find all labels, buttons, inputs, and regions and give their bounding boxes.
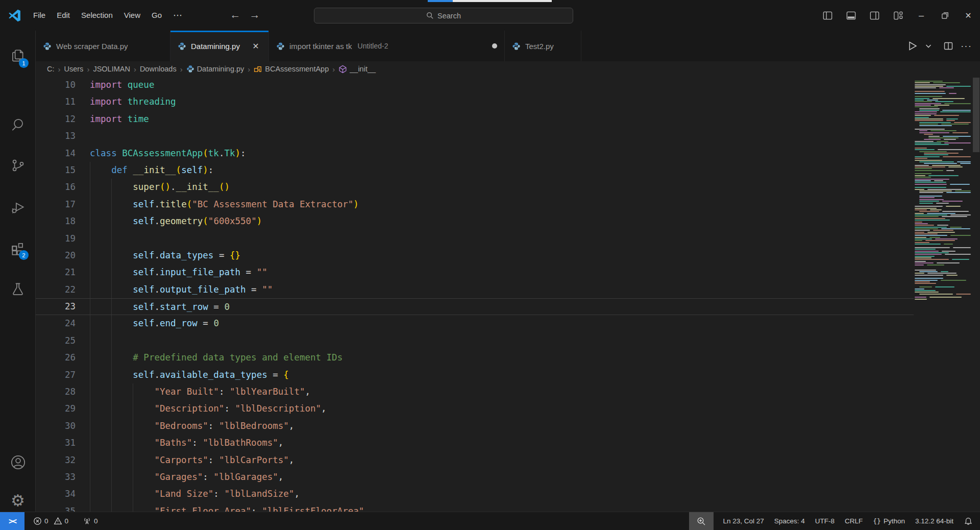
code-line-10[interactable]: 10import queue (36, 77, 914, 93)
sidebar-item-search[interactable] (0, 108, 36, 141)
breadcrumb-item-bcassessmentapp[interactable]: BCAssessmentApp (254, 65, 329, 74)
line-text[interactable]: "Carports": "lblCarPorts", (90, 452, 914, 469)
line-text[interactable]: import threading (90, 93, 914, 110)
sidebar-item-explorer[interactable]: 1 (0, 40, 36, 73)
search-input[interactable]: Search (314, 8, 573, 23)
code-line-12[interactable]: 12import time (36, 111, 914, 128)
breadcrumb-item-__init__[interactable]: __init__ (338, 65, 376, 74)
code-line-16[interactable]: 16 super().__init__() (36, 179, 914, 196)
cursor-position-button[interactable]: Ln 23, Col 27 (718, 512, 769, 530)
code-editor[interactable]: 10import queue11import threading12import… (36, 77, 914, 512)
line-text[interactable]: self.input_file_path = "" (90, 264, 914, 281)
breadcrumb-item-datamining-py[interactable]: Datamining.py (186, 65, 244, 73)
line-number[interactable]: 10 (36, 77, 90, 93)
code-line-13[interactable]: 13 (36, 128, 914, 144)
line-text[interactable]: "First Floor Area": "lblFirstFloorArea", (90, 503, 914, 512)
code-line-20[interactable]: 20 self.data_types = {} (36, 247, 914, 264)
line-number[interactable]: 35 (36, 503, 90, 512)
sidebar-item-run-debug[interactable] (0, 191, 36, 224)
breadcrumb-item-downloads[interactable]: Downloads (140, 65, 177, 73)
remote-indicator-button[interactable]: >< (0, 512, 24, 530)
code-line-17[interactable]: 17 self.title("BC Assessment Data Extrac… (36, 196, 914, 213)
line-number[interactable]: 15 (36, 162, 90, 179)
line-text[interactable]: "Bedrooms": "lblBedrooms", (90, 418, 914, 435)
tab-datamining-py[interactable]: Datamining.py✕ (170, 31, 269, 61)
line-number[interactable]: 27 (36, 367, 90, 383)
line-text[interactable]: import queue (90, 77, 914, 93)
code-line-24[interactable]: 24 self.end_row = 0 (36, 315, 914, 332)
indentation-button[interactable]: Spaces: 4 (769, 512, 810, 530)
tab-web-scraper-data-py[interactable]: Web scraper Data.py (36, 31, 170, 61)
line-text[interactable]: self.output_file_path = "" (90, 281, 914, 298)
code-line-34[interactable]: 34 "Land Size": "lblLandSize", (36, 486, 914, 502)
close-window-button[interactable]: ✕ (957, 0, 980, 31)
code-line-21[interactable]: 21 self.input_file_path = "" (36, 264, 914, 281)
editor-scrollbar[interactable] (973, 78, 979, 152)
menu-go[interactable]: Go (146, 0, 167, 31)
line-number[interactable]: 21 (36, 264, 90, 281)
menu-view[interactable]: View (118, 0, 146, 31)
line-number[interactable]: 12 (36, 111, 90, 128)
modified-dot-icon[interactable] (492, 43, 497, 49)
line-text[interactable]: self.end_row = 0 (90, 315, 914, 332)
code-line-30[interactable]: 30 "Bedrooms": "lblBedrooms", (36, 418, 914, 435)
line-number[interactable]: 18 (36, 213, 90, 230)
menu-selection[interactable]: Selection (76, 0, 118, 31)
split-editor-button[interactable] (943, 41, 953, 51)
breadcrumb-item-users[interactable]: Users (64, 65, 84, 73)
code-line-26[interactable]: 26 # Predefined data types and element I… (36, 349, 914, 366)
line-number[interactable]: 30 (36, 418, 90, 435)
run-dropdown-chevron-icon[interactable] (925, 42, 932, 50)
sidebar-item-testing[interactable] (0, 273, 36, 305)
code-line-11[interactable]: 11import threading (36, 93, 914, 110)
minimize-button[interactable]: – (910, 0, 933, 31)
tab-test2-py[interactable]: Test2.py (505, 31, 581, 61)
eol-button[interactable]: CRLF (840, 512, 868, 530)
line-text[interactable] (90, 128, 914, 144)
menu-file[interactable]: File (28, 0, 51, 31)
line-number[interactable]: 33 (36, 469, 90, 486)
line-number[interactable]: 19 (36, 230, 90, 247)
line-text[interactable]: "Garages": "lblGarages", (90, 469, 914, 486)
code-line-35[interactable]: 35 "First Floor Area": "lblFirstFloorAre… (36, 503, 914, 512)
line-text[interactable]: self.start_row = 0 (90, 299, 914, 315)
line-text[interactable]: "Description": "lblDescription", (90, 400, 914, 417)
nav-back-button[interactable]: ← (228, 0, 243, 31)
line-number[interactable]: 16 (36, 179, 90, 196)
encoding-button[interactable]: UTF-8 (810, 512, 840, 530)
code-line-32[interactable]: 32 "Carports": "lblCarPorts", (36, 452, 914, 469)
line-text[interactable]: self.available_data_types = { (90, 367, 914, 383)
menu-edit[interactable]: Edit (51, 0, 76, 31)
breadcrumb-item-c-[interactable]: C: (47, 65, 55, 73)
code-line-29[interactable]: 29 "Description": "lblDescription", (36, 400, 914, 417)
line-text[interactable] (90, 332, 914, 349)
run-button[interactable] (906, 40, 918, 52)
line-text[interactable]: self.title("BC Assessment Data Extractor… (90, 196, 914, 213)
sidebar-item-extensions[interactable]: 2 (0, 232, 36, 264)
line-text[interactable]: super().__init__() (90, 179, 914, 196)
menu-more[interactable]: ⋯ (167, 0, 188, 31)
account-button[interactable] (0, 446, 36, 478)
code-line-22[interactable]: 22 self.output_file_path = "" (36, 281, 914, 298)
line-text[interactable]: class BCAssessmentApp(tk.Tk): (90, 145, 914, 162)
more-actions-button[interactable]: ··· (961, 40, 972, 52)
customize-layout-button[interactable] (886, 0, 910, 31)
line-number[interactable]: 24 (36, 315, 90, 332)
code-line-19[interactable]: 19 (36, 230, 914, 247)
python-interpreter-button[interactable]: 3.12.2 64-bit (910, 512, 959, 530)
line-text[interactable]: "Year Built": "lblYearBuilt", (90, 383, 914, 400)
line-text[interactable]: "Baths": "lblBathRooms", (90, 435, 914, 451)
line-text[interactable]: import time (90, 111, 914, 128)
line-number[interactable]: 22 (36, 281, 90, 298)
line-text[interactable]: def __init__(self): (90, 162, 914, 179)
problems-button[interactable]: 0 0 (29, 512, 73, 530)
line-number[interactable]: 32 (36, 452, 90, 469)
breadcrumb-item-jsoliman[interactable]: JSOLIMAN (93, 65, 130, 73)
line-number[interactable]: 28 (36, 383, 90, 400)
line-number[interactable]: 11 (36, 93, 90, 110)
line-text[interactable]: # Predefined data types and element IDs (90, 349, 914, 366)
line-number[interactable]: 34 (36, 486, 90, 502)
minimap[interactable] (915, 77, 972, 352)
toggle-primary-sidebar-button[interactable] (816, 0, 839, 31)
line-text[interactable]: self.data_types = {} (90, 247, 914, 264)
